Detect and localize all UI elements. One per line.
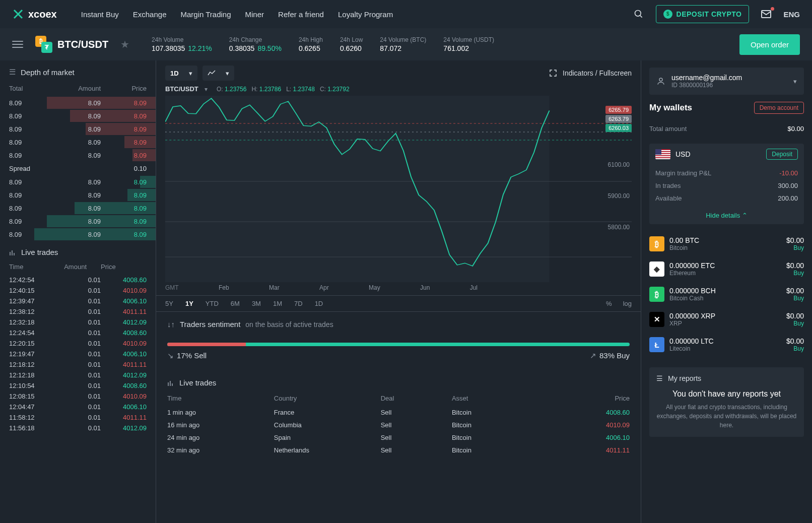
wallet-deposit-button[interactable]: Deposit (766, 149, 798, 160)
buy-button[interactable]: Buy (786, 270, 804, 277)
buy-button[interactable]: Buy (786, 345, 804, 352)
range-1Y[interactable]: 1Y (185, 300, 193, 307)
hide-details-toggle[interactable]: Hide details ⌃ (649, 209, 804, 224)
dom-row[interactable]: 8.098.098.09 (0, 122, 156, 136)
reports-empty-title: You don't have any reports yet (656, 389, 797, 399)
nav-refer-a-friend[interactable]: Refer a friend (278, 10, 324, 19)
trade-row[interactable]: 24 min agoSpainSellBitcoin4006.10 (156, 431, 641, 444)
nav-miner[interactable]: Miner (245, 10, 264, 19)
user-card[interactable]: username@gmail.com ID 3800000196 ▾ (649, 68, 804, 95)
trade-row[interactable]: 12:38:120.014011.11 (0, 306, 156, 317)
chart-extra-%[interactable]: % (606, 300, 612, 307)
dom-row[interactable]: 8.098.098.09 (0, 228, 156, 241)
dom-row[interactable]: 8.098.098.09 (0, 136, 156, 149)
trade-row[interactable]: 12:10:540.014008.60 (0, 380, 156, 391)
dom-row[interactable]: 8.098.098.09 (0, 175, 156, 188)
trade-row[interactable]: 12:32:180.014012.09 (0, 317, 156, 328)
xrp-icon: ✕ (649, 312, 664, 327)
chart-range-selector: 5Y1YYTD6M3M1M7D1D%log (156, 295, 641, 312)
deposit-crypto-button[interactable]: $ DEPOSIT CRYPTO (656, 5, 750, 23)
range-3M[interactable]: 3M (252, 300, 261, 307)
indicators-fullscreen[interactable]: Indicators / Fullscreen (550, 69, 632, 77)
stat: 24h Volume107.3803512.21% (152, 36, 212, 52)
trade-row[interactable]: 12:18:120.014011.11 (0, 359, 156, 370)
price-chart[interactable] (165, 96, 632, 282)
wallet-coin-xrp[interactable]: ✕0.000000 XRPXRP$0.00Buy (641, 307, 812, 332)
dom-row[interactable]: 8.098.098.09 (0, 96, 156, 109)
dom-title-text: Depth of market (21, 68, 75, 77)
dom-row[interactable]: 8.098.098.09 (0, 215, 156, 228)
open-order-button[interactable]: Open order (739, 34, 800, 55)
buy-button[interactable]: Buy (786, 295, 804, 302)
wallet-coin-btc[interactable]: ₿0.00 BTCBitcoin$0.00Buy (641, 231, 812, 256)
charttype-dropdown-icon[interactable]: ▾ (221, 66, 234, 81)
nav-loyalty-program[interactable]: Loyalty Program (338, 10, 393, 19)
trade-row[interactable]: 12:08:150.014010.09 (0, 391, 156, 402)
range-7D[interactable]: 7D (294, 300, 303, 307)
dom-row[interactable]: 8.098.098.09 (0, 202, 156, 215)
ltc-icon: Ł (649, 337, 664, 352)
trade-row[interactable]: 32 min agoNetherlandsSellBitcoin4011.11 (156, 444, 641, 456)
brand-mark-icon (12, 8, 24, 20)
trade-row[interactable]: 1 min agoFranceSellBitcoin4008.60 (156, 406, 641, 419)
trade-row[interactable]: 12:39:470.014006.10 (0, 296, 156, 306)
stat: 24 Volume (BTC)87.072 (380, 36, 426, 52)
range-YTD[interactable]: YTD (206, 300, 219, 307)
trade-row[interactable]: 12:12:180.014012.09 (0, 370, 156, 380)
wallet-coin-ltc[interactable]: Ł0.000000 LTCLitecoin$0.00Buy (641, 332, 812, 357)
user-id: ID 3800000196 (671, 82, 742, 89)
wallet-coin-eth[interactable]: ◆0.000000 ETCEthereum$0.00Buy (641, 256, 812, 282)
svg-line-1 (640, 16, 642, 18)
menu-icon[interactable] (12, 41, 23, 48)
sentiment-buy-label: ↗83% Buy (590, 351, 630, 360)
favorite-star-icon[interactable]: ★ (120, 38, 129, 50)
range-1D[interactable]: 1D (315, 300, 323, 307)
trade-row[interactable]: 12:04:470.014006.10 (0, 402, 156, 412)
range-6M[interactable]: 6M (231, 300, 240, 307)
wallet-coin-bch[interactable]: ₿0.000000 BCHBitcoin Cash$0.00Buy (641, 282, 812, 307)
trade-row[interactable]: 11:58:120.014011.11 (0, 412, 156, 423)
trade-row[interactable]: 12:40:150.014010.09 (0, 285, 156, 296)
chart-pair-dropdown-icon[interactable]: ▾ (205, 86, 208, 93)
brand-name: xcoex (28, 9, 57, 20)
range-5Y[interactable]: 5Y (165, 300, 173, 307)
dom-row[interactable]: 8.098.098.09 (0, 149, 156, 162)
svg-rect-5 (12, 250, 13, 255)
trade-row[interactable]: 12:42:540.014008.60 (0, 275, 156, 285)
svg-rect-16 (172, 383, 173, 386)
sentiment-sell-label: ↘17% Sell (167, 351, 207, 360)
demo-account-badge[interactable]: Demo account (754, 102, 804, 114)
trade-row[interactable]: 16 min agoColumbiaSellBitcoin4010.09 (156, 419, 641, 431)
dom-row[interactable]: 8.098.098.09 (0, 109, 156, 122)
live-trades-bottom: Live trades Time Country Deal Asset Pric… (156, 368, 641, 456)
range-1M[interactable]: 1M (273, 300, 282, 307)
timeframe-button[interactable]: 1D (165, 66, 184, 81)
search-icon[interactable] (632, 7, 646, 21)
dom-row[interactable]: 8.098.098.09 (0, 188, 156, 202)
buy-button[interactable]: Buy (786, 244, 804, 251)
reports-empty-desc: All your fiat and crypto transactions, i… (656, 403, 797, 430)
sentiment-panel: ↓↑ Traders sentiment on the basis of act… (156, 312, 641, 368)
pair-name: BTC/USDT (57, 39, 108, 50)
trade-row[interactable]: 11:56:180.014012.09 (0, 423, 156, 433)
trade-row[interactable]: 12:24:540.014008.60 (0, 328, 156, 338)
nav-instant-buy[interactable]: Instant Buy (81, 10, 119, 19)
chart-extra-log[interactable]: log (623, 300, 632, 307)
chart-pair: BTC/USDT (165, 86, 195, 93)
price-line-high: 6265.79 (605, 106, 632, 114)
messages-button[interactable] (759, 7, 773, 21)
svg-rect-6 (14, 253, 15, 255)
timeframe-dropdown-icon[interactable]: ▾ (184, 66, 197, 81)
usdt-icon: ₮ (41, 42, 52, 53)
nav-margin-trading[interactable]: Margin Trading (180, 10, 231, 19)
nav-exchange[interactable]: Exchange (133, 10, 167, 19)
language-selector[interactable]: ENG (783, 10, 800, 19)
trade-row[interactable]: 12:19:470.014006.10 (0, 349, 156, 359)
buy-button[interactable]: Buy (786, 320, 804, 327)
ltb-columns: Time Country Deal Asset Price (156, 392, 641, 406)
brand-logo[interactable]: xcoex (12, 8, 57, 20)
right-panel: username@gmail.com ID 3800000196 ▾ My wa… (641, 60, 812, 523)
trade-row[interactable]: 12:20:150.014010.09 (0, 338, 156, 349)
pair-selector[interactable]: ₿ ₮ BTC/USDT (35, 36, 108, 53)
line-chart-icon[interactable] (202, 66, 221, 81)
